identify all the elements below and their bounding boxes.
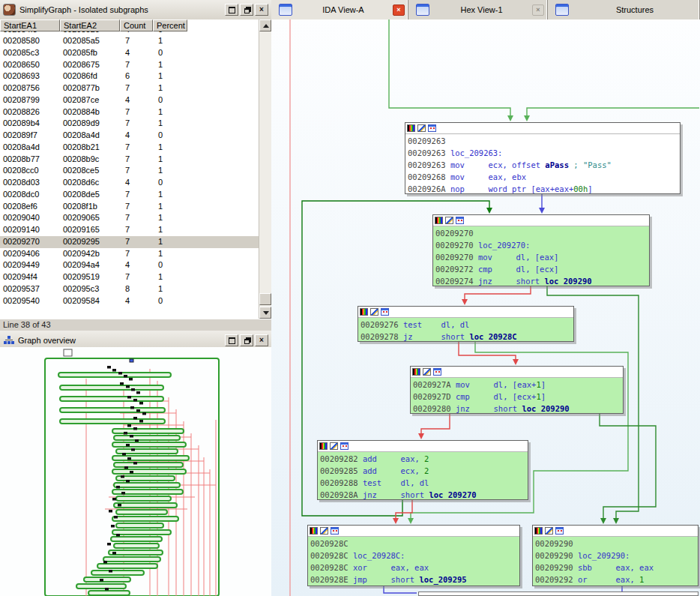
close-tab-icon[interactable]: × bbox=[393, 4, 405, 16]
overview-entry-node bbox=[130, 359, 133, 362]
ida-pro-screen: SimplifyGraph - Isolated subgraphs × Sta… bbox=[0, 0, 700, 596]
restore-button[interactable] bbox=[240, 334, 253, 346]
edge-28A-28C bbox=[396, 500, 412, 520]
table-row[interactable]: 002086500020867571 bbox=[0, 59, 259, 71]
table-row[interactable]: 002094060020942b71 bbox=[0, 248, 259, 260]
edit-node-icon[interactable] bbox=[370, 308, 378, 316]
disassembly-listing: 00209276 test dl, dl00209278 jz short lo… bbox=[358, 318, 573, 342]
view-tabbar: IDA View-A × Hex View-1 × Structures bbox=[271, 0, 700, 20]
table-row[interactable]: 00208d0300208d6c40 bbox=[0, 177, 259, 189]
close-button[interactable]: × bbox=[255, 4, 268, 16]
group-node-icon[interactable] bbox=[433, 368, 441, 376]
table-row[interactable]: 00208a4d00208b2171 bbox=[0, 142, 259, 154]
group-node-icon[interactable] bbox=[456, 217, 464, 224]
edge-in-top-right bbox=[527, 108, 699, 116]
partial-table-row[interactable]: 002084f30020852040 bbox=[0, 31, 259, 35]
graph-overview-minimap[interactable] bbox=[0, 347, 271, 596]
group-node-icon[interactable] bbox=[331, 527, 339, 535]
simplifygraph-title: SimplifyGraph - Isolated subgraphs bbox=[19, 5, 225, 14]
ida-main-area: IDA View-A × Hex View-1 × Structures 002… bbox=[271, 0, 700, 596]
table-row[interactable]: 002092700020929571 bbox=[0, 236, 259, 248]
tab-ida-view-a[interactable]: IDA View-A × bbox=[271, 0, 408, 19]
node-color-icon[interactable] bbox=[310, 527, 318, 535]
node-color-icon[interactable] bbox=[319, 442, 328, 450]
edge-278-27A bbox=[459, 342, 516, 361]
flow-graph-view[interactable]: 0020926300209263 loc_209263:00209263 mov… bbox=[271, 19, 700, 596]
basic-block-blk_209282[interactable]: 00209282 add eax, 200209285 add ecx, 200… bbox=[317, 440, 528, 500]
table-scrollbar[interactable] bbox=[259, 19, 271, 319]
node-color-icon[interactable] bbox=[360, 308, 368, 316]
group-node-icon[interactable] bbox=[555, 527, 564, 535]
basic-block-loc_20928C[interactable]: 0020928C0020928C loc_20928C:0020928C xor… bbox=[307, 525, 520, 586]
group-node-icon[interactable] bbox=[340, 442, 349, 450]
node-color-icon[interactable] bbox=[435, 217, 443, 224]
table-row[interactable]: 00208799002087ce40 bbox=[0, 94, 259, 106]
basic-block-loc_209263[interactable]: 0020926300209263 loc_209263:00209263 mov… bbox=[405, 122, 681, 194]
basic-block-loc_209270[interactable]: 0020927000209270 loc_209270:00209270 mov… bbox=[432, 214, 650, 286]
maximize-button[interactable] bbox=[225, 334, 238, 346]
table-header: StartEA1StartEA2CountPercent bbox=[0, 19, 259, 31]
column-header-percent[interactable]: Percent bbox=[153, 19, 187, 31]
restore-button[interactable] bbox=[240, 4, 253, 16]
structures-icon bbox=[555, 4, 569, 16]
table-row[interactable]: 002095400020958440 bbox=[0, 295, 259, 307]
group-node-icon[interactable] bbox=[381, 308, 389, 316]
node-color-icon[interactable] bbox=[534, 527, 543, 535]
table-row[interactable]: 002088260020884b71 bbox=[0, 106, 259, 118]
column-header-count[interactable]: Count bbox=[120, 19, 153, 31]
table-row[interactable]: 00209449002094a440 bbox=[0, 259, 259, 271]
scroll-thumb[interactable] bbox=[259, 293, 271, 305]
basic-block-blk_209276[interactable]: 00209276 test dl, dl00209278 jz short lo… bbox=[357, 306, 574, 342]
table-row[interactable]: 002094f40020951971 bbox=[0, 271, 259, 283]
table-row[interactable]: 002090400020906571 bbox=[0, 212, 259, 224]
table-row[interactable]: 00208cc000208ce571 bbox=[0, 165, 259, 177]
edge-28A-28C-arrowhead bbox=[393, 518, 399, 524]
tab-structures[interactable]: Structures bbox=[548, 0, 700, 19]
edit-node-icon[interactable] bbox=[423, 368, 431, 376]
table-row[interactable]: 002084f30020852040 bbox=[0, 31, 259, 35]
scroll-up-button[interactable] bbox=[259, 19, 271, 31]
edit-node-icon[interactable] bbox=[330, 442, 338, 450]
edit-node-icon[interactable] bbox=[545, 527, 553, 535]
block-titlebar[interactable] bbox=[433, 215, 649, 226]
table-row[interactable]: 002085c3002085fb40 bbox=[0, 47, 259, 59]
block-titlebar[interactable] bbox=[308, 526, 519, 537]
close-tab-icon[interactable]: × bbox=[532, 4, 544, 16]
edge-in-top-right-arrowhead bbox=[524, 115, 530, 121]
scroll-down-button[interactable] bbox=[259, 307, 271, 319]
edit-node-icon[interactable] bbox=[320, 527, 328, 535]
block-titlebar[interactable] bbox=[405, 123, 680, 134]
group-node-icon[interactable] bbox=[428, 124, 436, 132]
node-color-icon[interactable] bbox=[407, 124, 415, 132]
column-header-startea1[interactable]: StartEA1 bbox=[0, 19, 60, 31]
close-button[interactable]: × bbox=[255, 334, 268, 346]
table-row[interactable]: 00209537002095c381 bbox=[0, 283, 259, 295]
table-row[interactable]: 002089f700208a4d40 bbox=[0, 130, 259, 142]
table-row[interactable]: 00208693002086fd61 bbox=[0, 70, 259, 82]
tab-hex-view-1[interactable]: Hex View-1 × bbox=[408, 0, 548, 19]
table-row[interactable]: 00208580002085a571 bbox=[0, 35, 259, 47]
next-block-top-edge bbox=[418, 592, 699, 596]
node-color-icon[interactable] bbox=[412, 368, 420, 376]
table-row[interactable]: 00208dc000208de571 bbox=[0, 189, 259, 201]
simplifygraph-titlebar[interactable]: SimplifyGraph - Isolated subgraphs × bbox=[0, 0, 271, 20]
table-row[interactable]: 002091400020916571 bbox=[0, 224, 259, 236]
block-titlebar[interactable] bbox=[411, 367, 623, 378]
basic-block-blk_20927A[interactable]: 0020927A mov dl, [eax+1]0020927D cmp dl,… bbox=[410, 366, 624, 414]
simplifygraph-panel: SimplifyGraph - Isolated subgraphs × Sta… bbox=[0, 0, 272, 596]
table-row[interactable]: 00208b7700208b9c71 bbox=[0, 154, 259, 166]
table-row[interactable]: 002087560020877b71 bbox=[0, 82, 259, 94]
edge-278-28C-arrowhead bbox=[408, 518, 414, 524]
subgraph-table: StartEA1StartEA2CountPercent 002084f3002… bbox=[0, 19, 259, 319]
table-row[interactable]: 00208ef600208f1b71 bbox=[0, 201, 259, 213]
edge-280-290-arrowhead bbox=[600, 518, 606, 524]
edit-node-icon[interactable] bbox=[417, 124, 426, 132]
column-header-startea2[interactable]: StartEA2 bbox=[60, 19, 120, 31]
table-row[interactable]: 002089b4002089d971 bbox=[0, 118, 259, 130]
block-titlebar[interactable] bbox=[533, 526, 698, 537]
basic-block-loc_209290[interactable]: 0020929000209290 loc_209290:00209290 sbb… bbox=[532, 525, 699, 586]
maximize-button[interactable] bbox=[225, 4, 238, 16]
block-titlebar[interactable] bbox=[358, 307, 573, 318]
edit-node-icon[interactable] bbox=[445, 217, 453, 224]
block-titlebar[interactable] bbox=[318, 441, 528, 452]
